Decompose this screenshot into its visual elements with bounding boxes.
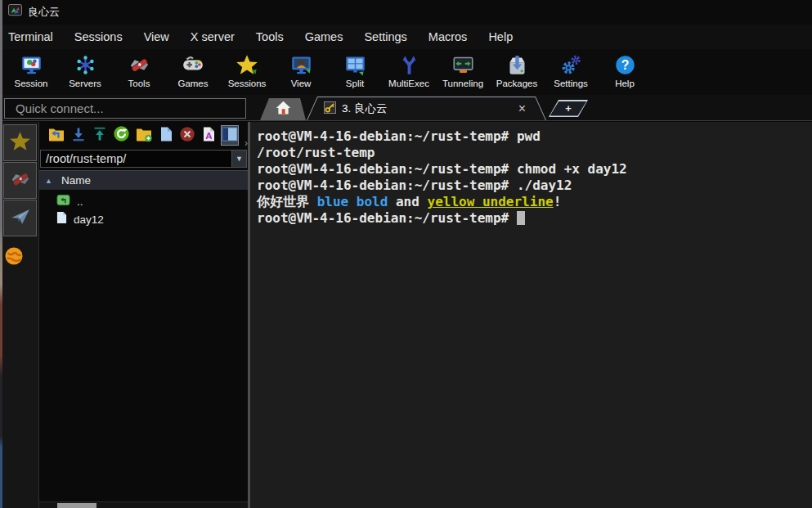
toolbar-view-button[interactable]: View	[274, 49, 328, 95]
folder-parent-button[interactable]	[47, 125, 66, 146]
refresh-icon	[113, 125, 130, 146]
games-gamepad-icon	[182, 52, 204, 78]
toolbar-split-label: Split	[346, 79, 364, 88]
menu-item-help[interactable]: Help	[478, 26, 523, 47]
sftp-plane-button[interactable]	[3, 200, 37, 236]
mobaxterm-window: 良心云 TerminalSessionsViewX serverToolsGam…	[0, 0, 812, 508]
tools-knife-side-icon	[10, 169, 31, 193]
menu-item-tools[interactable]: Tools	[245, 26, 294, 47]
folder-new-button[interactable]	[134, 125, 154, 146]
toolbar-help-button[interactable]: ?Help	[598, 49, 652, 95]
tunneling-icon	[452, 52, 474, 78]
toolbar-split-button[interactable]: Split	[328, 49, 382, 95]
download-button[interactable]	[70, 125, 87, 146]
file-list-header-name[interactable]: ▲ Name	[39, 170, 248, 190]
menu-item-sessions[interactable]: Sessions	[64, 26, 133, 47]
help-icon: ?	[614, 52, 636, 78]
upload-button[interactable]	[91, 125, 109, 146]
file-row-item[interactable]: ..	[39, 192, 248, 210]
toolbar-multiexec-button[interactable]: MultiExec	[382, 49, 436, 95]
tab-close-icon[interactable]: ×	[518, 103, 526, 115]
sessions-star-side-icon	[9, 130, 31, 155]
toolbar-servers-button[interactable]: Servers	[58, 49, 112, 95]
connect-tab-row: 3. 良心云 × +	[0, 95, 812, 121]
terminal-line: root@VM-4-16-debian:~/rust-temp# ./day12	[257, 178, 812, 194]
session-icon	[20, 52, 43, 78]
file-icon	[56, 211, 67, 227]
toolbar-sessions-label: Sessions	[228, 79, 267, 88]
sftp-panel: A› /root/rust-temp/ ▼ ▲ Name ..day12	[39, 122, 248, 508]
macros-globe-button[interactable]	[4, 247, 27, 268]
packages-icon	[506, 52, 528, 78]
settings-gears-icon	[560, 52, 582, 78]
toolbar-settings-label: Settings	[554, 79, 588, 88]
current-path: /root/rust-temp/	[41, 152, 231, 165]
menu-item-macros[interactable]: Macros	[418, 26, 478, 47]
main-toolbar: SessionServersToolsGamesSessionsViewSpli…	[0, 49, 812, 95]
toolbar-packages-label: Packages	[496, 79, 538, 88]
column-header-label: Name	[61, 174, 91, 187]
file-row-day12[interactable]: day12	[39, 210, 248, 228]
toolbar-tunneling-button[interactable]: Tunneling	[436, 49, 490, 95]
toolbar-tools-button[interactable]: Tools	[112, 49, 166, 95]
toolbar-settings-button[interactable]: Settings	[544, 49, 598, 95]
menu-item-view[interactable]: View	[133, 26, 180, 47]
scrollbar-thumb[interactable]	[57, 503, 96, 508]
svg-text:?: ?	[621, 58, 629, 72]
rename-button[interactable]: A	[200, 125, 218, 146]
terminal-text-blue-bold: blue bold	[317, 194, 388, 209]
download-icon	[70, 126, 87, 146]
sidebar-tab-strip	[2, 122, 39, 508]
delete-icon	[179, 126, 195, 146]
tab-home[interactable]	[260, 98, 306, 120]
tab-session-label: 3. 良心云	[342, 101, 388, 116]
home-icon	[275, 99, 292, 119]
menu-item-x-server[interactable]: X server	[180, 26, 245, 47]
globe-icon	[4, 246, 24, 269]
panel-split-icon	[222, 127, 238, 145]
multiexec-icon	[398, 52, 420, 78]
toolbar-games-label: Games	[177, 79, 208, 88]
toolbar-games-button[interactable]: Games	[166, 49, 220, 95]
panel-split-button[interactable]	[221, 125, 239, 146]
toolbar-multiexec-label: MultiExec	[388, 79, 429, 88]
menu-bar: TerminalSessionsViewX serverToolsGamesSe…	[0, 25, 812, 49]
file-name-label: day12	[74, 214, 104, 226]
toolbar-tools-label: Tools	[128, 79, 150, 88]
file-name-label: ..	[77, 196, 83, 208]
toolbar-sessions-button[interactable]: Sessions	[220, 49, 274, 95]
delete-button[interactable]	[178, 125, 196, 146]
tools-knife-side-button[interactable]	[3, 162, 37, 199]
toolbar-view-label: View	[291, 79, 312, 88]
quick-connect-input[interactable]	[4, 98, 246, 119]
view-icon	[290, 52, 312, 78]
horizontal-scrollbar[interactable]	[39, 501, 248, 508]
menu-item-terminal[interactable]: Terminal	[8, 26, 64, 47]
path-combobox[interactable]: /root/rust-temp/ ▼	[40, 150, 247, 168]
toolbar-session-button[interactable]: Session	[4, 49, 58, 95]
refresh-button[interactable]	[112, 125, 131, 146]
terminal-text: root@VM-4-16-debian:~/rust-temp# pwd	[257, 128, 541, 144]
sftp-toolbar: A›	[39, 122, 248, 149]
servers-icon	[74, 52, 96, 78]
title-bar: 良心云	[0, 0, 812, 25]
tab-session-active[interactable]: 3. 良心云 ×	[307, 97, 546, 120]
sftp-plane-icon	[10, 206, 31, 231]
terminal-line: root@VM-4-16-debian:~/rust-temp# chmod +…	[257, 161, 812, 178]
terminal-text-yellow-underline: yellow underline	[428, 194, 554, 209]
terminal-line: /root/rust-temp	[257, 145, 812, 161]
folder-up-icon	[56, 194, 70, 209]
terminal-text: /root/rust-temp	[257, 145, 375, 160]
toolbar-servers-label: Servers	[69, 79, 101, 88]
terminal-text: and	[388, 194, 427, 209]
new-tab-button[interactable]: +	[549, 100, 588, 117]
menu-item-settings[interactable]: Settings	[353, 26, 417, 47]
mobaxterm-logo-icon	[8, 4, 22, 21]
combo-dropdown-icon[interactable]: ▼	[231, 151, 246, 167]
file-new-button[interactable]	[157, 125, 175, 146]
sessions-star-side-button[interactable]	[3, 124, 37, 161]
terminal-text: root@VM-4-16-debian:~/rust-temp# chmod +…	[257, 161, 627, 177]
menu-item-games[interactable]: Games	[294, 26, 354, 47]
terminal[interactable]: root@VM-4-16-debian:~/rust-temp# pwd/roo…	[250, 122, 812, 508]
toolbar-packages-button[interactable]: Packages	[490, 49, 544, 95]
